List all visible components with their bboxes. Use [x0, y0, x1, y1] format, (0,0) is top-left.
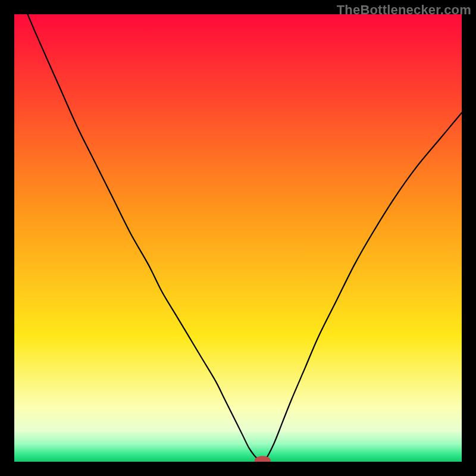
gradient-background — [14, 14, 462, 462]
bottleneck-chart — [14, 14, 462, 462]
plot-area — [14, 14, 462, 462]
chart-stage: TheBottlenecker.com — [0, 0, 476, 476]
